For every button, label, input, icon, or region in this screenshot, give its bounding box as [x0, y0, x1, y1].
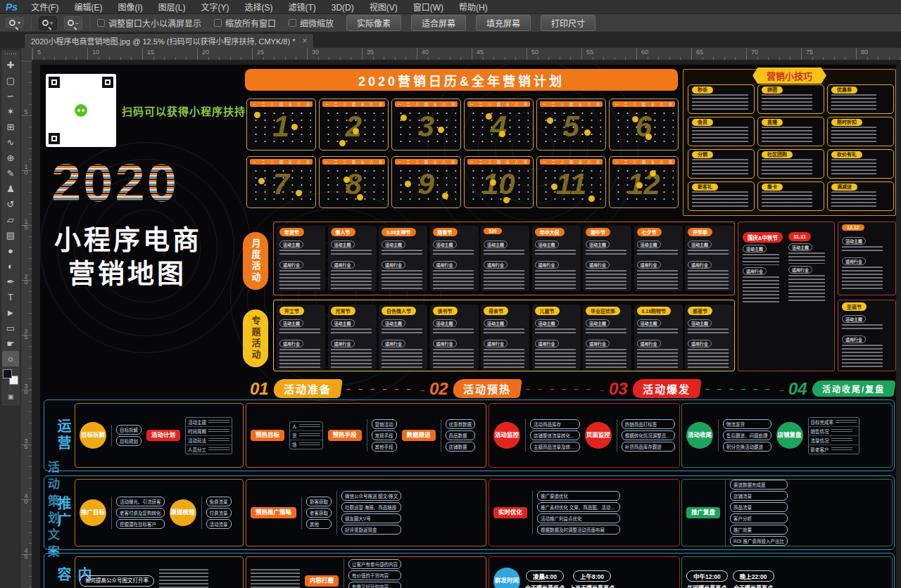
document-tab[interactable]: 2020小程序电商营销地图.jpg @ 12.5% (扫码可以获得小程序扶持, …: [24, 33, 314, 48]
screen-mode-icon[interactable]: ▣: [8, 393, 14, 402]
ruler-number: 75: [806, 49, 813, 56]
menu-item[interactable]: 选择(S): [237, 3, 280, 13]
zoom-in-button[interactable]: +: [39, 16, 57, 30]
ruler-number: 35: [367, 49, 374, 56]
mindmap-item: 物流发货: [723, 419, 771, 429]
lasso-tool[interactable]: ∽: [2, 88, 19, 103]
marquee-tool[interactable]: ▢: [2, 72, 19, 88]
blur-tool[interactable]: ●: [2, 243, 19, 258]
micro-text: [331, 250, 372, 257]
phase-banner: 活动收尾/复盘: [811, 381, 896, 397]
field-industry: 适用行业: [637, 340, 661, 347]
clone-stamp-tool[interactable]: ♟: [2, 181, 19, 196]
history-brush-tool[interactable]: ↺: [2, 196, 19, 212]
foreground-color-swatch[interactable]: [3, 369, 12, 378]
option-checkbox[interactable]: 缩放所有窗口: [214, 17, 276, 29]
field-industry: 适用行业: [788, 266, 812, 274]
weekday-label: 三: [270, 160, 274, 164]
mindmap-item: 有趣又好玩的内容: [348, 582, 401, 588]
time-caption: 全天曝光最低点: [525, 584, 565, 588]
menu-item[interactable]: 文字(Y): [193, 3, 237, 13]
gradient-tool[interactable]: ▤: [2, 227, 19, 243]
quick-mask-icon[interactable]: ◌: [8, 385, 12, 393]
menu-item[interactable]: 视图(V): [362, 3, 405, 13]
marketing-tip-card: 新客礼: [688, 181, 755, 211]
time-pill: 中午12:00: [686, 570, 728, 582]
option-checkbox[interactable]: 调整窗口大小以满屏显示: [97, 17, 201, 29]
zoom-in-icon: [42, 20, 49, 26]
document-canvas[interactable]: 扫码可以获得小程序扶持 2020 小程序电商 营销地图 2020营销日历&全年营…: [32, 60, 901, 588]
menu-item[interactable]: 滤镜(T): [280, 3, 323, 13]
option-button[interactable]: 打印尺寸: [541, 15, 596, 31]
mindmap-item: 其他: [306, 519, 332, 529]
menu-item[interactable]: 图像(I): [110, 3, 150, 13]
qr-finder-pattern: [49, 77, 60, 88]
mindmap-item: 新客获取: [306, 497, 332, 506]
zoom-tool[interactable]: ○: [2, 351, 19, 366]
micro-text: [586, 328, 626, 335]
menu-item[interactable]: 3D(D): [324, 3, 362, 13]
ruler-number: 35: [23, 437, 30, 449]
mindmap-item: 店铺整体流量转化效果: [530, 430, 580, 440]
micro-text: [382, 328, 422, 335]
pen-tool[interactable]: ✒: [2, 274, 19, 289]
shape-tool[interactable]: ▭: [2, 320, 19, 335]
menu-item[interactable]: 窗口(W): [405, 3, 451, 13]
zoom-tool-preset[interactable]: ▾: [6, 18, 24, 28]
time-caption: 全天曝光最高点: [733, 584, 773, 588]
marketing-tip-card: 秒杀: [688, 84, 755, 114]
crop-tool[interactable]: ⊞: [2, 119, 19, 134]
option-button[interactable]: 填充屏幕: [476, 15, 531, 31]
wechat-icon: [73, 103, 89, 118]
ruler-number: 45: [477, 49, 484, 56]
tip-label: 优惠券: [831, 87, 857, 94]
zoom-out-icon: [68, 20, 74, 26]
phase-banner: 活动预热: [452, 379, 522, 398]
eraser-tool[interactable]: ▱: [2, 212, 19, 227]
option-checkbox[interactable]: 细微缩放: [289, 17, 334, 29]
tab-close-icon[interactable]: ×: [302, 36, 307, 46]
activity-card: 520活动主题适用行业: [481, 226, 529, 291]
vertical-ruler[interactable]: 51015202530354045: [21, 60, 32, 588]
option-button[interactable]: 适合屏幕: [411, 15, 466, 31]
mindmap-table: 目标完成率销售情况流量情况新老客户: [808, 417, 860, 454]
horizontal-ruler[interactable]: 5101520253035404550556065707580: [32, 48, 901, 60]
field-theme: 活动主题: [484, 241, 508, 248]
field-industry: 适用行业: [743, 267, 767, 275]
path-selection-tool[interactable]: ►: [2, 305, 19, 320]
dodge-tool[interactable]: ◐: [2, 258, 19, 274]
menu-item[interactable]: 帮助(H): [451, 3, 496, 13]
menu-item[interactable]: 文件(F): [23, 3, 66, 13]
mindmap-item: 目标规划: [116, 436, 141, 446]
eyedropper-tool[interactable]: ∿: [2, 134, 19, 150]
healing-brush-tool[interactable]: ⊕: [2, 150, 19, 165]
calendar-highlight-dot: [254, 112, 260, 118]
document-tab-title: 2020小程序电商营销地图.jpg @ 12.5% (扫码可以获得小程序扶持, …: [31, 35, 295, 46]
color-swatches[interactable]: [3, 369, 18, 385]
zoom-out-button[interactable]: −: [64, 16, 82, 30]
table-row: 流量情况: [809, 435, 859, 445]
micro-text: [251, 569, 300, 588]
option-button[interactable]: 实际像素: [346, 15, 401, 31]
micro-text: [692, 159, 748, 176]
mindmap-branch-items: 热销商品打标签根据转化情况调整页面商品补货商品库存跟进: [617, 419, 675, 452]
chevron-down-icon: ▾: [18, 20, 20, 26]
type-tool[interactable]: T: [2, 289, 19, 305]
field-theme: 活动主题: [382, 241, 405, 248]
activity-card: 七夕节活动主题适用行业: [634, 226, 683, 291]
brush-tool[interactable]: ✎: [2, 165, 19, 181]
hand-tool[interactable]: ☛: [2, 335, 19, 351]
move-tool[interactable]: ✚: [2, 57, 19, 72]
holiday-special-box: 国庆&中秋节 活动主题 适用行业 11.11 活动主题 适用行业: [738, 222, 835, 371]
mindmap-row-1: 运营目标拆解目标拆解目标规划活动计划活动主题时间周期活动玩法人员分工预热目标人货…: [44, 400, 895, 471]
mindmap-item: 补货商品库存跟进: [622, 442, 675, 452]
mindmap-cell: 推广复盘渠道数据完成度店铺流量商品流量客户分析推广效果ROI 推广费用投入产出比: [681, 479, 893, 547]
menu-item[interactable]: 图层(L): [151, 3, 194, 13]
mindmap-node: 实时优化: [493, 507, 527, 518]
mindmap-item: 老客获取: [306, 508, 332, 518]
weekday-label: 六: [297, 103, 301, 106]
calendar-highlight-dot: [344, 177, 350, 183]
activity-card-title: 开工节: [279, 307, 304, 315]
menu-item[interactable]: 编辑(E): [66, 3, 110, 13]
magic-wand-tool[interactable]: ✶: [2, 103, 19, 119]
